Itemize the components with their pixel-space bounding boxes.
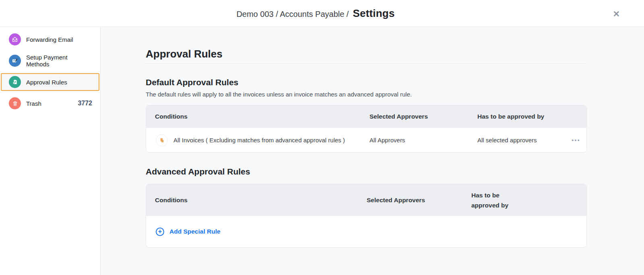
advanced-rules-heading: Advanced Approval Rules	[146, 167, 587, 176]
close-icon[interactable]: ✕	[613, 10, 620, 18]
sidebar-item-forwarding-email[interactable]: Forwarding Email	[1, 31, 99, 48]
sidebar-item-approval-rules[interactable]: Approval Rules	[1, 73, 99, 91]
selected-approvers-cell: All Approvers	[361, 137, 469, 144]
column-header-selected-approvers: Selected Approvers	[358, 197, 462, 204]
default-rules-description: The default rules will apply to all the …	[146, 91, 587, 98]
trash-icon	[9, 97, 21, 109]
default-rules-table: Conditions Selected Approvers Has to be …	[146, 105, 587, 153]
add-special-rule-label: Add Special Rule	[169, 228, 221, 235]
envelope-icon	[9, 33, 21, 45]
sidebar-item-label: Forwarding Email	[26, 36, 73, 43]
column-header-selected-approvers: Selected Approvers	[361, 113, 469, 120]
main-content: Approval Rules Default Approval Rules Th…	[101, 27, 644, 275]
table-header-row: Conditions Selected Approvers Has to be …	[146, 184, 586, 216]
condition-text: All Invoices ( Excluding matches from ad…	[173, 137, 345, 144]
column-header-conditions: Conditions	[146, 197, 358, 204]
settings-sidebar: Forwarding Email Setup Payment Methods	[0, 27, 101, 275]
page-title: Settings	[353, 7, 394, 20]
title-divider	[146, 63, 587, 64]
trash-count-badge: 3772	[78, 100, 92, 107]
table-row: All Invoices ( Excluding matches from ad…	[146, 128, 586, 152]
modal-header: Demo 003 / Accounts Payable / Settings ✕	[0, 0, 644, 27]
payment-note-icon	[9, 55, 21, 67]
sidebar-item-setup-payment-methods[interactable]: Setup Payment Methods	[1, 52, 99, 70]
plus-circle-icon: +	[156, 228, 164, 236]
column-header-conditions: Conditions	[146, 113, 361, 120]
sidebar-item-label: Trash	[26, 100, 41, 107]
row-menu-icon[interactable]: •••	[566, 137, 586, 144]
column-header-approved-by: Has to be approved by	[469, 113, 566, 120]
table-header-row: Conditions Selected Approvers Has to be …	[146, 105, 586, 128]
breadcrumb-path: Demo 003 / Accounts Payable /	[236, 10, 349, 19]
breadcrumb: Demo 003 / Accounts Payable / Settings	[236, 7, 394, 20]
sidebar-item-trash[interactable]: Trash 3772	[1, 94, 99, 112]
approval-document-icon	[9, 76, 21, 88]
column-header-approved-by: Has to be approved by	[462, 190, 523, 210]
sidebar-item-label: Approval Rules	[26, 79, 67, 86]
default-rules-heading: Default Approval Rules	[146, 78, 587, 87]
add-special-rule-button[interactable]: + Add Special Rule	[146, 216, 586, 247]
invoice-receipt-icon	[156, 134, 168, 146]
sidebar-item-label: Setup Payment Methods	[26, 54, 92, 68]
content-title: Approval Rules	[146, 47, 587, 60]
approved-by-cell: All selected approvers	[469, 137, 566, 144]
advanced-rules-table: Conditions Selected Approvers Has to be …	[146, 184, 587, 248]
